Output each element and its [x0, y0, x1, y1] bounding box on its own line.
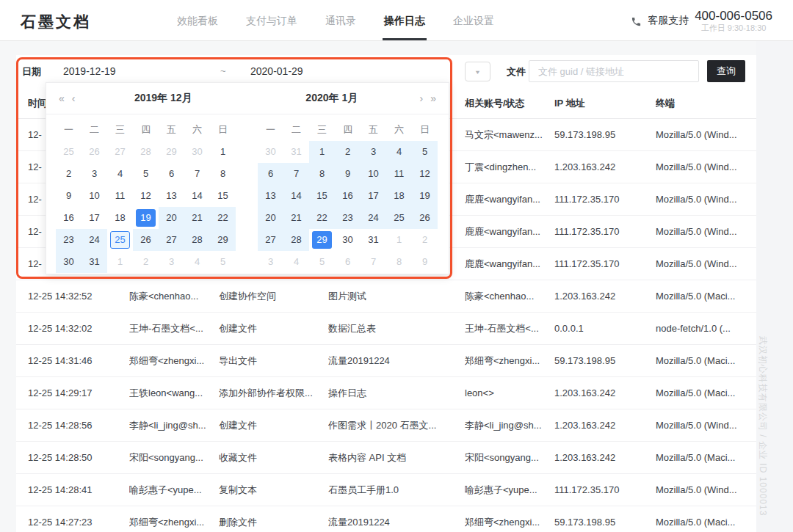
calendar-day[interactable]: 7 [283, 163, 309, 185]
calendar-day[interactable]: 26 [82, 141, 107, 163]
calendar-day[interactable]: 5 [412, 141, 438, 163]
calendar-day[interactable]: 29 [309, 229, 335, 251]
logo[interactable]: 石墨文档 [21, 12, 91, 32]
date-preset-dropdown[interactable]: ▼ [465, 62, 490, 81]
calendar-day[interactable]: 31 [361, 229, 386, 251]
calendar-day[interactable]: 17 [82, 207, 107, 229]
calendar-day[interactable]: 16 [335, 185, 361, 207]
calendar-day[interactable]: 20 [258, 207, 283, 229]
calendar-day[interactable]: 25 [56, 141, 82, 163]
calendar-day[interactable]: 31 [283, 141, 309, 163]
calendar-day[interactable]: 2 [412, 229, 438, 251]
date-range-input[interactable]: 2019-12-19 ~ 2020-01-29 [47, 60, 449, 82]
calendar-day[interactable]: 26 [412, 207, 438, 229]
calendar-day[interactable]: 12 [412, 163, 438, 185]
calendar-day[interactable]: 6 [159, 163, 184, 185]
calendar-day[interactable]: 11 [386, 163, 412, 185]
calendar-day[interactable]: 5 [133, 163, 159, 185]
calendar-day[interactable]: 27 [159, 229, 184, 251]
prev-year-icon[interactable]: « [55, 93, 68, 103]
calendar-day[interactable]: 10 [361, 163, 386, 185]
calendar-day[interactable]: 10 [82, 185, 107, 207]
calendar-day[interactable]: 15 [309, 185, 335, 207]
calendar-day[interactable]: 3 [159, 251, 184, 273]
calendar-day[interactable]: 2 [56, 163, 82, 185]
calendar-day[interactable]: 7 [184, 163, 210, 185]
calendar-day[interactable]: 29 [210, 229, 236, 251]
calendar-day[interactable]: 7 [361, 251, 386, 273]
calendar-day[interactable]: 30 [335, 229, 361, 251]
prev-month-icon[interactable]: ‹ [68, 93, 79, 103]
calendar-day[interactable]: 3 [361, 141, 386, 163]
nav-item-通讯录[interactable]: 通讯录 [325, 0, 356, 41]
calendar-day[interactable]: 13 [258, 185, 283, 207]
file-search-input[interactable] [529, 60, 699, 82]
calendar-day[interactable]: 27 [258, 229, 283, 251]
calendar-day[interactable]: 1 [107, 251, 133, 273]
calendar-day[interactable]: 1 [386, 229, 412, 251]
date-start-value[interactable]: 2019-12-19 [63, 65, 116, 77]
next-year-icon[interactable]: » [427, 93, 440, 103]
calendar-day[interactable]: 28 [184, 229, 210, 251]
calendar-day[interactable]: 1 [210, 141, 236, 163]
search-button[interactable]: 查询 [707, 60, 745, 82]
calendar-day[interactable]: 5 [210, 251, 236, 273]
calendar-day[interactable]: 9 [56, 185, 82, 207]
calendar-day[interactable]: 30 [56, 251, 82, 273]
calendar-day[interactable]: 24 [361, 207, 386, 229]
calendar-day[interactable]: 20 [159, 207, 184, 229]
calendar-day[interactable]: 27 [107, 141, 133, 163]
calendar-day[interactable]: 24 [82, 229, 107, 251]
calendar-day[interactable]: 17 [361, 185, 386, 207]
calendar-day[interactable]: 1 [309, 141, 335, 163]
calendar-day[interactable]: 2 [133, 251, 159, 273]
calendar-day[interactable]: 14 [283, 185, 309, 207]
calendar-day[interactable]: 8 [309, 163, 335, 185]
nav-item-企业设置[interactable]: 企业设置 [453, 0, 494, 41]
calendar-day[interactable]: 12 [133, 185, 159, 207]
calendar-day[interactable]: 13 [159, 185, 184, 207]
date-end-value[interactable]: 2020-01-29 [250, 65, 303, 77]
calendar-day[interactable]: 8 [210, 163, 236, 185]
calendar-day[interactable]: 25 [386, 207, 412, 229]
calendar-day[interactable]: 4 [283, 251, 309, 273]
calendar-day[interactable]: 23 [56, 229, 82, 251]
calendar-day[interactable]: 29 [159, 141, 184, 163]
calendar-day[interactable]: 28 [133, 141, 159, 163]
nav-item-效能看板[interactable]: 效能看板 [177, 0, 218, 41]
calendar-day[interactable]: 21 [184, 207, 210, 229]
calendar-day[interactable]: 3 [82, 163, 107, 185]
calendar-day[interactable]: 19 [133, 207, 159, 229]
nav-item-操作日志[interactable]: 操作日志 [384, 0, 425, 41]
calendar-day[interactable]: 30 [184, 141, 210, 163]
calendar-day[interactable]: 6 [335, 251, 361, 273]
nav-item-支付与订单[interactable]: 支付与订单 [246, 0, 297, 41]
calendar-day[interactable]: 4 [107, 163, 133, 185]
calendar-day[interactable]: 26 [133, 229, 159, 251]
calendar-day[interactable]: 15 [210, 185, 236, 207]
calendar-day[interactable]: 9 [412, 251, 438, 273]
calendar-day[interactable]: 21 [283, 207, 309, 229]
calendar-day[interactable]: 18 [107, 207, 133, 229]
calendar-day[interactable]: 2 [335, 141, 361, 163]
calendar-day[interactable]: 8 [386, 251, 412, 273]
calendar-day[interactable]: 22 [210, 207, 236, 229]
calendar-day[interactable]: 18 [386, 185, 412, 207]
calendar-day[interactable]: 16 [56, 207, 82, 229]
calendar-day[interactable]: 3 [258, 251, 283, 273]
calendar-day[interactable]: 22 [309, 207, 335, 229]
calendar-day[interactable]: 23 [335, 207, 361, 229]
calendar-day[interactable]: 5 [309, 251, 335, 273]
next-month-icon[interactable]: › [416, 93, 427, 103]
calendar-day[interactable]: 19 [412, 185, 438, 207]
calendar-day[interactable]: 6 [258, 163, 283, 185]
calendar-day[interactable]: 4 [184, 251, 210, 273]
calendar-day[interactable]: 11 [107, 185, 133, 207]
calendar-day[interactable]: 9 [335, 163, 361, 185]
calendar-day[interactable]: 4 [386, 141, 412, 163]
calendar-day[interactable]: 14 [184, 185, 210, 207]
calendar-day[interactable]: 25 [107, 229, 133, 251]
calendar-day[interactable]: 31 [82, 251, 107, 273]
calendar-day[interactable]: 28 [283, 229, 309, 251]
calendar-day[interactable]: 30 [258, 141, 283, 163]
